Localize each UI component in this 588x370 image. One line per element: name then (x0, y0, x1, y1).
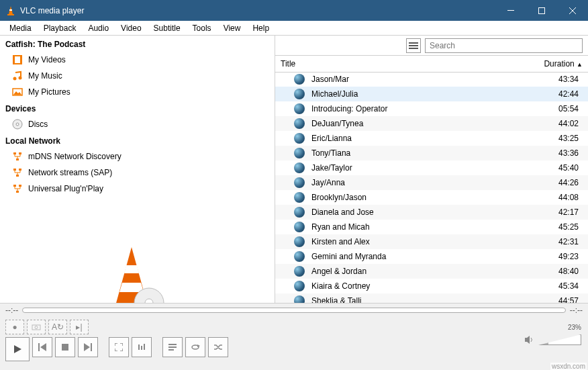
shuffle-icon (213, 343, 223, 351)
network-icon (12, 183, 23, 194)
svg-rect-21 (16, 175, 19, 177)
volume-slider[interactable] (538, 334, 581, 345)
svg-marker-27 (124, 265, 139, 273)
sidebar-item-videos[interactable]: My Videos (0, 52, 275, 68)
track-list[interactable]: Title Duration ▲ Jason/Mar43:34Michael/J… (275, 56, 588, 303)
svg-rect-32 (409, 42, 418, 44)
table-row[interactable]: Michael/Julia42:44 (275, 87, 588, 101)
table-row[interactable]: Jay/Anna44:26 (275, 175, 588, 190)
sidebar-label: My Pictures (28, 87, 70, 97)
globe-icon (294, 133, 305, 144)
svg-rect-9 (20, 56, 21, 64)
table-row[interactable]: Gemini and Myranda49:23 (275, 249, 588, 264)
globe-icon (294, 163, 305, 173)
table-row[interactable]: Jason/Mar43:34 (275, 72, 588, 87)
globe-icon (294, 281, 305, 291)
table-row[interactable]: Jake/Taylor45:40 (275, 160, 588, 175)
globe-icon (294, 89, 305, 99)
time-remaining: --:-- (570, 306, 583, 315)
globe-icon (294, 266, 305, 277)
svg-rect-48 (168, 349, 174, 351)
shuffle-button[interactable] (208, 337, 228, 357)
table-row[interactable]: Kirsten and Alex42:31 (275, 234, 588, 249)
record-button[interactable]: ● (5, 320, 24, 334)
picture-icon (12, 87, 23, 97)
sidebar: Catfish: The Podcast My Videos My Music … (0, 36, 275, 303)
globe-icon (294, 148, 305, 158)
close-button[interactable] (557, 0, 588, 21)
minimize-button[interactable] (495, 0, 526, 21)
network-icon (12, 167, 23, 178)
table-row[interactable]: Angel & Jordan48:40 (275, 264, 588, 279)
menu-playback[interactable]: Playback (38, 22, 82, 34)
maximize-button[interactable] (526, 0, 557, 21)
svg-rect-23 (19, 185, 21, 187)
vlc-cone-icon (5, 5, 16, 16)
menu-audio[interactable]: Audio (83, 22, 114, 34)
sidebar-item-pictures[interactable]: My Pictures (0, 84, 275, 100)
network-icon (12, 151, 23, 162)
sidebar-item-discs[interactable]: Discs (0, 116, 275, 132)
table-row[interactable]: Eric/Lianna43:25 (275, 131, 588, 146)
speaker-icon[interactable] (524, 334, 534, 345)
table-row[interactable]: Ryan and Micah45:25 (275, 220, 588, 234)
camera-icon (32, 324, 41, 330)
previous-button[interactable] (32, 337, 52, 357)
table-row[interactable]: Sheklia & Talli44:57 (275, 293, 588, 303)
svg-point-36 (35, 326, 38, 329)
menu-media[interactable]: Media (4, 22, 37, 34)
menu-help[interactable]: Help (247, 22, 275, 34)
svg-rect-42 (91, 343, 92, 351)
svg-rect-19 (13, 169, 16, 171)
svg-rect-40 (62, 344, 68, 351)
view-mode-button[interactable] (406, 38, 421, 53)
svg-point-15 (16, 123, 19, 126)
seek-slider[interactable] (22, 308, 565, 313)
stop-button[interactable] (55, 337, 75, 357)
seek-bar-row: --:-- --:-- (0, 304, 588, 317)
vlc-logo (91, 244, 172, 303)
svg-marker-13 (13, 91, 21, 95)
svg-marker-37 (14, 345, 21, 353)
sidebar-label: My Music (28, 71, 62, 81)
svg-rect-24 (16, 191, 19, 193)
table-row[interactable]: Kiaira & Cortney45:34 (275, 279, 588, 293)
globe-icon (294, 207, 305, 218)
sidebar-label: Network streams (SAP) (28, 168, 112, 177)
sidebar-item-mdns[interactable]: mDNS Network Discovery (0, 148, 275, 165)
column-duration[interactable]: Duration ▲ (495, 56, 588, 72)
play-button[interactable] (5, 337, 30, 361)
sidebar-item-sap[interactable]: Network streams (SAP) (0, 165, 275, 181)
globe-icon (294, 236, 305, 247)
playlist-button[interactable] (162, 337, 183, 357)
list-icon (409, 42, 418, 50)
svg-rect-34 (409, 48, 418, 49)
loop-ab-button[interactable]: A↻ (48, 320, 67, 334)
svg-rect-8 (13, 56, 15, 64)
table-row[interactable]: Introducing: Operator05:54 (275, 101, 588, 116)
menu-subtitle[interactable]: Subtitle (148, 22, 186, 34)
menu-tools[interactable]: Tools (187, 22, 217, 34)
fullscreen-button[interactable] (109, 337, 129, 357)
frame-step-button[interactable]: ▸| (70, 320, 89, 334)
search-input[interactable] (425, 38, 583, 53)
svg-rect-45 (144, 344, 145, 350)
svg-rect-3 (507, 10, 514, 11)
menu-video[interactable]: Video (115, 22, 146, 34)
table-row[interactable]: Brooklyn/Jason44:08 (275, 190, 588, 205)
column-title[interactable]: Title (275, 56, 495, 72)
sidebar-item-music[interactable]: My Music (0, 68, 275, 84)
globe-icon (294, 118, 305, 129)
loop-button[interactable] (185, 337, 205, 357)
extended-settings-button[interactable] (132, 337, 152, 357)
svg-point-10 (13, 77, 17, 81)
snapshot-button[interactable] (27, 320, 46, 334)
table-row[interactable]: Dianela and Jose42:17 (275, 205, 588, 220)
sidebar-label: My Videos (28, 55, 66, 64)
svg-rect-17 (19, 152, 21, 154)
next-button[interactable] (78, 337, 98, 357)
sidebar-item-upnp[interactable]: Universal Plug'n'Play (0, 181, 275, 197)
table-row[interactable]: Tony/Tiana43:36 (275, 146, 588, 160)
menu-view[interactable]: View (218, 22, 246, 34)
table-row[interactable]: DeJuan/Tynea44:02 (275, 116, 588, 131)
